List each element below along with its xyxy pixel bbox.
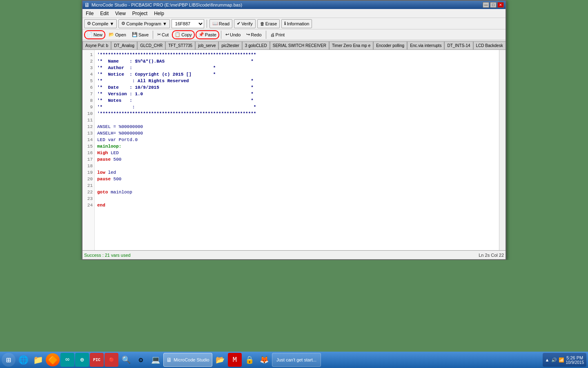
close-button[interactable]: ✕ <box>497 2 504 8</box>
maximize-button[interactable]: □ <box>490 2 497 8</box>
information-button[interactable]: ℹ Information <box>281 19 312 28</box>
tab-12[interactable]: LCD Backdesk <box>473 41 506 49</box>
menu-project[interactable]: Project <box>129 9 151 18</box>
compile-button[interactable]: ⚙ Compile ▼ <box>84 19 117 28</box>
cut-button[interactable]: ✂ Cut <box>155 30 171 39</box>
copy-icon: 📋 <box>175 32 180 37</box>
tab-1[interactable]: DT_Analog <box>111 41 137 49</box>
compile-toolbar: ⚙ Compile ▼ ⚙ Compile Program ▼ 16F887 1… <box>82 18 506 29</box>
tab-8[interactable]: Timer Zero Ena mp e <box>329 41 373 49</box>
new-icon: 📄 <box>87 32 93 37</box>
tab-11[interactable]: DT_INTS-14 <box>444 41 473 49</box>
cursor-position: Ln 2s Col 22 <box>479 253 504 258</box>
verify-button[interactable]: ✔ Verify <box>234 19 256 28</box>
tab-9[interactable]: Encoder polling <box>373 41 407 49</box>
print-icon: 🖨 <box>270 32 275 37</box>
separator <box>207 20 207 28</box>
save-icon: 💾 <box>132 32 138 37</box>
tab-2[interactable]: GLCD_CHR <box>137 41 165 49</box>
line-numbers: 1 2 3 4 5 6 7 8 9 10 11 12 13 14 15 16 1… <box>82 50 95 250</box>
tab-6[interactable]: 3 goloCLED <box>242 41 270 49</box>
erase-icon: 🗑 <box>260 21 265 26</box>
paste-icon: 📌 <box>198 32 204 37</box>
redo-icon: ↪ <box>246 32 250 37</box>
status-bar: Success : 21 vars used Ln 2s Col 22 <box>82 250 506 259</box>
compile-program-button[interactable]: ⚙ Compile Program ▼ <box>118 19 170 28</box>
info-icon: ℹ <box>284 21 286 26</box>
tab-5[interactable]: pic2tester <box>218 41 242 49</box>
paste-button[interactable]: 📌 Paste <box>196 30 219 39</box>
tab-7[interactable]: SERIAL SWITCH RECEIVER <box>270 41 329 49</box>
window-title: MicroCode Studio - PICBASIC PRO (E:\me\P… <box>91 2 242 7</box>
editor-scrollbar[interactable] <box>499 50 506 250</box>
separator <box>153 31 153 39</box>
verify-icon: ✔ <box>237 21 241 26</box>
redo-button[interactable]: ↪ Redo <box>244 30 264 39</box>
new-button[interactable]: 📄 New <box>84 30 105 39</box>
separator2 <box>221 31 221 39</box>
separator3 <box>266 31 266 39</box>
cut-icon: ✂ <box>157 32 161 37</box>
open-icon: 📂 <box>109 32 114 37</box>
open-button[interactable]: 📂 Open <box>106 30 129 39</box>
menu-bar: File Edit View Project Help <box>82 9 506 18</box>
compile-program-icon: ⚙ <box>121 21 125 26</box>
code-editor[interactable]: '***************************************… <box>95 50 499 250</box>
compile-icon: ⚙ <box>87 21 91 26</box>
device-selector[interactable]: 16F887 16F84A 18F4550 <box>172 19 204 28</box>
tab-3[interactable]: TFT_ST7735 <box>165 41 195 49</box>
editor-container: 1 2 3 4 5 6 7 8 9 10 11 12 13 14 15 16 1… <box>82 50 506 250</box>
title-bar-left: 🖥 MicroCode Studio - PICBASIC PRO (E:\me… <box>84 2 242 8</box>
erase-button[interactable]: 🗑 Erase <box>257 19 280 28</box>
tabs-bar: Asyne Pul: b DT_Analog GLCD_CHR TFT_ST77… <box>82 40 506 50</box>
title-bar-controls: — □ ✕ <box>483 2 504 8</box>
read-icon: 📖 <box>212 21 218 26</box>
undo-button[interactable]: ↩ Undo <box>223 30 243 39</box>
undo-icon: ↩ <box>225 32 229 37</box>
menu-edit[interactable]: Edit <box>97 9 112 18</box>
menu-help[interactable]: Help <box>151 9 167 18</box>
copy-button[interactable]: 📋 Copy <box>172 30 195 39</box>
read-button[interactable]: 📖 Read <box>209 19 232 28</box>
tab-10[interactable]: Enc.via interrupts <box>407 41 444 49</box>
edit-toolbar: 📄 New 📂 Open 💾 Save ✂ Cut 📋 Copy 📌 Paste… <box>82 29 506 40</box>
save-button[interactable]: 💾 Save <box>129 30 151 39</box>
tab-4[interactable]: job_serve <box>195 41 218 49</box>
print-button[interactable]: 🖨 Print <box>268 30 287 39</box>
status-message: Success : 21 vars used <box>84 253 131 258</box>
minimize-button[interactable]: — <box>483 2 489 8</box>
tab-0[interactable]: Asyne Pul: b <box>82 41 111 49</box>
menu-view[interactable]: View <box>112 9 129 18</box>
title-bar: 🖥 MicroCode Studio - PICBASIC PRO (E:\me… <box>82 1 506 9</box>
menu-file[interactable]: File <box>82 9 97 18</box>
